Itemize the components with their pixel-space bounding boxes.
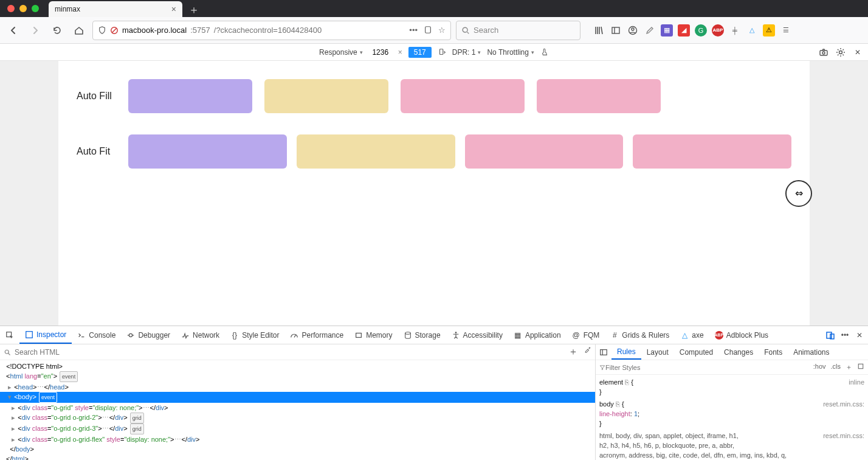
css-rules-panel[interactable]: inlineelement ⎘ { } reset.min.css:body ⎘…	[596, 375, 868, 460]
devtools-tab-grids-rulers[interactable]: #Grids & Rulers	[605, 326, 675, 344]
edit-pencil-icon[interactable]	[644, 24, 656, 37]
devtools-tab-inspector[interactable]: Inspector	[19, 326, 72, 344]
devtools-tab-network[interactable]: Network	[176, 326, 225, 344]
cls-toggle[interactable]: .cls	[831, 363, 841, 372]
svg-rect-10	[820, 51, 827, 55]
rdm-height-input[interactable]	[408, 47, 432, 58]
hov-toggle[interactable]: :hov	[813, 363, 826, 372]
extension-red-icon[interactable]: ◢	[678, 24, 690, 37]
sidebar-icon[interactable]	[610, 24, 622, 37]
devtools-rdm-toggle-icon[interactable]	[825, 330, 835, 340]
adblock-plus-icon[interactable]: ABP	[712, 24, 724, 37]
eyedropper-icon[interactable]	[584, 346, 591, 358]
rule-source: inline	[849, 377, 864, 387]
tab-label: axe	[692, 331, 703, 340]
reader-mode-icon[interactable]	[424, 26, 432, 35]
grid-cell	[128, 134, 287, 169]
devtools-tab-console[interactable]: Console	[72, 326, 121, 344]
tab-close-icon[interactable]: ×	[171, 4, 176, 14]
filter-styles-input[interactable]	[605, 364, 813, 371]
url-host: macbook-pro.local	[122, 26, 187, 35]
rules-tab-animations[interactable]: Animations	[788, 344, 835, 360]
tab-label: Debugger	[138, 331, 170, 340]
rdm-resize-handle[interactable]: ⇔	[785, 180, 812, 207]
devtools-tab-storage[interactable]: Storage	[398, 326, 446, 344]
svg-line-25	[9, 353, 10, 355]
svg-rect-19	[356, 333, 362, 337]
html-node-body[interactable]: ▾<body>event	[0, 392, 595, 403]
home-button[interactable]	[71, 22, 88, 39]
filter-icon	[599, 364, 605, 371]
devtools-close-icon[interactable]: ✕	[855, 330, 864, 340]
rdm-touch-icon[interactable]	[540, 48, 549, 57]
rdm-rotate-icon[interactable]	[438, 48, 446, 57]
search-icon	[4, 349, 11, 356]
account-icon[interactable]	[627, 24, 639, 37]
devtools-tab-accessibility[interactable]: Accessibility	[446, 326, 508, 344]
devtools-tab-style-editor[interactable]: {}Style Editor	[225, 326, 284, 344]
tab-label: Accessibility	[463, 331, 503, 340]
svg-point-21	[455, 332, 456, 333]
new-tab-button[interactable]: ＋	[188, 2, 199, 17]
svg-point-12	[839, 51, 842, 54]
svg-point-8	[632, 28, 634, 30]
devtools-pick-element[interactable]	[0, 326, 19, 344]
rdm-throttling-select[interactable]: No Throttling ▾	[487, 48, 534, 57]
extension-warn-icon[interactable]: ⚠	[763, 24, 775, 37]
extension-grid-icon[interactable]: ▦	[661, 24, 673, 37]
rule-source[interactable]: reset.min.css:	[823, 431, 864, 441]
browser-tab[interactable]: minmax ×	[49, 1, 182, 17]
axe-ext-icon[interactable]: △	[746, 24, 758, 37]
add-rule-icon[interactable]: ＋	[846, 363, 852, 372]
page-actions-icon[interactable]: •••	[409, 26, 418, 35]
devtools-tab-application[interactable]: ▦Application	[508, 326, 567, 344]
grid-cell	[401, 79, 525, 113]
chevron-down-icon: ▾	[360, 49, 363, 55]
html-search-input[interactable]	[15, 348, 565, 357]
reload-button[interactable]	[49, 22, 66, 39]
add-element-icon[interactable]: ＋	[568, 346, 578, 358]
rdm-width-input[interactable]	[369, 47, 392, 58]
devtools-tab-adblock-plus[interactable]: ABPAdblock Plus	[709, 326, 774, 344]
rdm-close-icon[interactable]: ✕	[852, 47, 863, 58]
extension-ruler-icon[interactable]: ╪	[729, 24, 741, 37]
devtools-tab-fqm[interactable]: @FQM	[567, 326, 605, 344]
rules-tab-computed[interactable]: Computed	[674, 344, 718, 360]
search-box[interactable]: Search	[456, 21, 580, 40]
hamburger-menu-icon[interactable]: ☰	[780, 24, 792, 37]
devtools-tab-performance[interactable]: Performance	[284, 326, 349, 344]
svg-rect-5	[612, 27, 619, 33]
doctype: <!DOCTYPE html>	[6, 363, 63, 370]
svg-rect-28	[858, 364, 863, 369]
devtools-more-icon[interactable]: •••	[840, 330, 850, 340]
url-bar[interactable]: macbook-pro.local:5757/?ckcachecontrol=1…	[92, 21, 451, 40]
grammarly-icon[interactable]: G	[695, 24, 707, 37]
forward-button[interactable]	[27, 22, 44, 39]
grid-cell	[128, 79, 252, 113]
rules-tab-rules[interactable]: Rules	[611, 344, 641, 360]
grid-cell	[633, 134, 791, 169]
devtools-tab-axe[interactable]: △axe	[675, 326, 709, 344]
rules-tab-layout[interactable]: Layout	[641, 344, 674, 360]
svg-rect-22	[827, 332, 832, 338]
svg-rect-26	[601, 349, 607, 355]
rules-tab-fonts[interactable]: Fonts	[759, 344, 788, 360]
svg-point-3	[463, 27, 467, 32]
light-dark-icon[interactable]	[857, 363, 864, 372]
bookmark-star-icon[interactable]: ☆	[438, 26, 446, 35]
tab-label: Application	[525, 331, 561, 340]
rules-tab-changes[interactable]: Changes	[718, 344, 759, 360]
devtools-tab-debugger[interactable]: Debugger	[121, 326, 176, 344]
rdm-throttling-label: No Throttling	[487, 48, 528, 57]
html-tree[interactable]: <!DOCTYPE html> <html lang="en">event ▸<…	[0, 360, 595, 460]
library-icon[interactable]	[593, 24, 605, 37]
rule-source[interactable]: reset.min.css:	[823, 399, 864, 409]
rdm-dpr-select[interactable]: DPR: 1 ▾	[452, 48, 481, 57]
back-button[interactable]	[5, 22, 22, 39]
rdm-settings-icon[interactable]	[835, 47, 846, 58]
rdm-device-select[interactable]: Responsive ▾	[319, 48, 363, 57]
grid-cell	[297, 134, 455, 169]
devtools-tab-memory[interactable]: Memory	[349, 326, 398, 344]
rules-pane-toggle-icon[interactable]	[599, 348, 608, 357]
rdm-screenshot-icon[interactable]	[818, 47, 829, 58]
